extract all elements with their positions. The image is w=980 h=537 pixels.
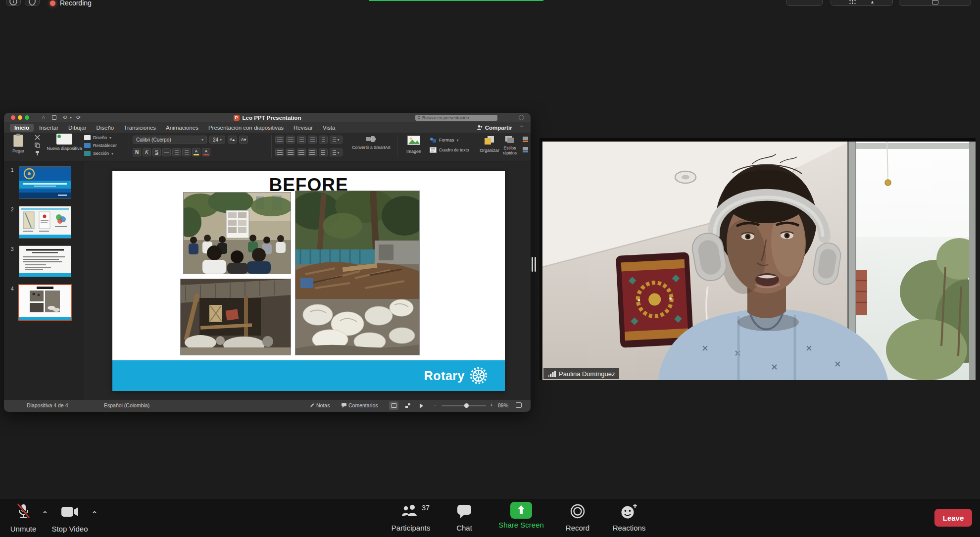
audio-signal-icon (548, 370, 556, 377)
layout-button[interactable]: Diseño▾ (84, 135, 129, 140)
align-right-button[interactable] (297, 148, 306, 156)
share-button[interactable]: Compartir (485, 125, 512, 131)
tab-dibujar[interactable]: Dibujar (64, 124, 91, 132)
panel-resize-handle[interactable] (532, 257, 536, 272)
line-spacing-button[interactable] (319, 148, 328, 156)
photo-debris-pile (295, 191, 420, 355)
home-icon[interactable]: ⌂ (42, 113, 45, 122)
encryption-shield-button[interactable] (25, 0, 40, 6)
normal-view-button[interactable] (389, 401, 398, 410)
tab-insertar[interactable]: Insertar (35, 124, 63, 132)
section-button[interactable]: Sección▾ (84, 151, 129, 156)
view-button-1[interactable] (786, 0, 823, 6)
reset-button[interactable]: Restablecer (84, 143, 129, 148)
font-name-select[interactable]: Calibri (Cuerpo)▾ (133, 136, 207, 144)
zoom-percent[interactable]: 89% (498, 402, 508, 408)
participants-button[interactable]: 37 Participants (386, 503, 436, 532)
redo-icon[interactable]: ⟳ (76, 113, 81, 122)
gallery-view-button[interactable]: ▲ (831, 0, 893, 6)
shapes-button[interactable]: Formas▾ (430, 137, 475, 143)
tab-animaciones[interactable]: Animaciones (161, 124, 203, 132)
close-window-button[interactable] (11, 115, 15, 120)
underline-button[interactable]: S (152, 148, 161, 156)
fullscreen-button[interactable] (899, 0, 971, 6)
highlight-color-button[interactable]: A (192, 148, 200, 156)
shape-outline-button[interactable] (523, 147, 528, 152)
minimize-window-button[interactable] (18, 115, 22, 120)
chat-button[interactable]: Chat (447, 503, 482, 532)
undo-icon[interactable]: ⟲ (62, 113, 67, 122)
convert-smartart-button[interactable]: Convertir a SmartArt (350, 136, 392, 150)
undo-caret-icon[interactable]: ▾ (70, 113, 72, 122)
shape-fill-button[interactable] (523, 137, 528, 142)
increase-indent-button[interactable] (308, 136, 317, 144)
font-size-select[interactable]: 24▾ (209, 136, 225, 144)
insert-image-button[interactable]: Imagen (402, 136, 426, 154)
share-screen-button[interactable]: Share Screen (496, 502, 546, 529)
tab-inicio[interactable]: Inicio (10, 124, 34, 132)
comments-button[interactable]: Comentarios (342, 402, 378, 408)
textbox-button[interactable]: Cuadro de texto (430, 147, 475, 153)
tab-revisar[interactable]: Revisar (289, 124, 317, 132)
account-icon[interactable] (519, 115, 524, 120)
slide-sorter-view-button[interactable] (403, 401, 412, 410)
notes-icon (310, 403, 314, 408)
strikethrough-button[interactable] (162, 148, 171, 156)
bullets-button[interactable] (275, 136, 284, 144)
shrink-font-button[interactable]: A▾ (239, 136, 248, 144)
paragraph-marks-button[interactable]: ▾ (330, 136, 343, 144)
zoom-in-button[interactable]: + (490, 402, 493, 408)
save-icon[interactable] (52, 115, 56, 120)
fit-to-window-icon[interactable] (516, 402, 522, 408)
zoom-slider-handle[interactable] (464, 403, 469, 408)
decrease-indent-button[interactable] (297, 136, 306, 144)
language-indicator[interactable]: Español (Colombia) (104, 402, 149, 408)
search-box[interactable]: Buscar en presentación (415, 115, 497, 121)
format-painter-icon[interactable] (35, 150, 40, 156)
slideshow-view-button[interactable] (417, 401, 426, 410)
copy-icon[interactable] (35, 143, 40, 148)
ppt-tab-row: Inicio Insertar Dibujar Diseño Transicio… (4, 122, 531, 133)
unmute-button[interactable]: Unmute (3, 503, 43, 533)
columns-button[interactable]: ▾ (330, 148, 343, 156)
new-slide-button[interactable]: Nueva diapositiva (47, 134, 82, 151)
arrange-button[interactable]: Organizar (477, 136, 502, 153)
meeting-info-button[interactable] (6, 0, 21, 6)
align-left-button[interactable] (275, 148, 284, 156)
slide-thumbnail-3[interactable] (19, 245, 71, 277)
zoom-window-button[interactable] (25, 115, 29, 120)
slide-thumbnail-1[interactable] (19, 166, 71, 199)
slide-brand-band: Rotary (112, 360, 505, 391)
reactions-button[interactable]: Reactions (605, 503, 653, 532)
numbering-button[interactable] (286, 136, 295, 144)
slide-thumbnail-2[interactable] (19, 206, 71, 239)
justify-button[interactable] (308, 148, 317, 156)
text-direction-button[interactable] (319, 136, 328, 144)
collapse-ribbon-chevron[interactable]: ⌃ (520, 125, 524, 130)
wall-tapestry (616, 252, 694, 347)
text-shadow-button[interactable] (172, 148, 181, 156)
video-options-chevron[interactable]: ⌃ (92, 510, 98, 518)
leave-button[interactable]: Leave (934, 509, 972, 527)
brick-wall-sliver (856, 270, 867, 315)
zoom-slider-track[interactable] (441, 405, 486, 406)
character-spacing-button[interactable] (182, 148, 191, 156)
cut-icon[interactable] (35, 135, 40, 140)
tab-diseno[interactable]: Diseño (92, 124, 118, 132)
bold-button[interactable]: N (133, 148, 141, 156)
tab-vista[interactable]: Vista (318, 124, 340, 132)
stop-video-button[interactable]: Stop Video (47, 503, 93, 533)
quick-styles-button[interactable]: Estilos rápidos (499, 136, 521, 155)
grow-font-button[interactable]: A▴ (228, 136, 237, 144)
slide-thumbnail-4-selected[interactable] (18, 284, 72, 321)
tab-transiciones[interactable]: Transiciones (119, 124, 160, 132)
chat-icon (456, 503, 472, 520)
paste-button[interactable]: Pegar (8, 135, 29, 153)
zoom-out-button[interactable]: − (434, 402, 437, 408)
notes-button[interactable]: Notas (310, 402, 330, 408)
record-button[interactable]: Record (556, 503, 599, 532)
font-color-button[interactable]: A (202, 148, 210, 156)
italic-button[interactable]: K (143, 148, 151, 156)
align-center-button[interactable] (286, 148, 295, 156)
tab-presentacion[interactable]: Presentación con diapositivas (204, 124, 288, 132)
